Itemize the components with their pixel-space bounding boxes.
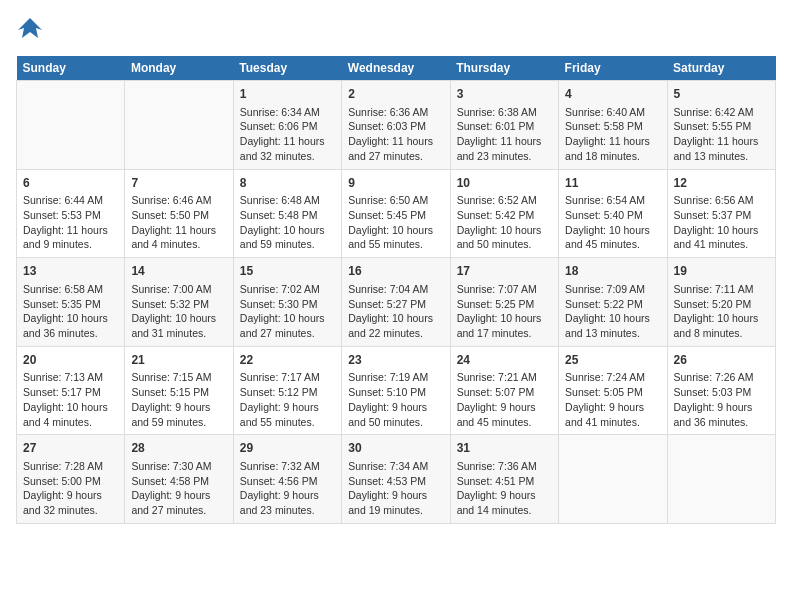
day-info: Sunrise: 6:52 AM Sunset: 5:42 PM Dayligh… <box>457 193 552 252</box>
day-info: Sunrise: 7:36 AM Sunset: 4:51 PM Dayligh… <box>457 459 552 518</box>
day-number: 3 <box>457 86 552 103</box>
day-info: Sunrise: 7:34 AM Sunset: 4:53 PM Dayligh… <box>348 459 443 518</box>
week-row-1: 1Sunrise: 6:34 AM Sunset: 6:06 PM Daylig… <box>17 81 776 170</box>
calendar-body: 1Sunrise: 6:34 AM Sunset: 6:06 PM Daylig… <box>17 81 776 524</box>
day-number: 24 <box>457 352 552 369</box>
week-row-3: 13Sunrise: 6:58 AM Sunset: 5:35 PM Dayli… <box>17 258 776 347</box>
day-cell: 4Sunrise: 6:40 AM Sunset: 5:58 PM Daylig… <box>559 81 667 170</box>
week-row-2: 6Sunrise: 6:44 AM Sunset: 5:53 PM Daylig… <box>17 169 776 258</box>
calendar-table: SundayMondayTuesdayWednesdayThursdayFrid… <box>16 56 776 524</box>
day-number: 12 <box>674 175 769 192</box>
day-cell: 16Sunrise: 7:04 AM Sunset: 5:27 PM Dayli… <box>342 258 450 347</box>
day-info: Sunrise: 6:36 AM Sunset: 6:03 PM Dayligh… <box>348 105 443 164</box>
day-info: Sunrise: 7:00 AM Sunset: 5:32 PM Dayligh… <box>131 282 226 341</box>
day-number: 4 <box>565 86 660 103</box>
day-info: Sunrise: 6:44 AM Sunset: 5:53 PM Dayligh… <box>23 193 118 252</box>
day-info: Sunrise: 7:19 AM Sunset: 5:10 PM Dayligh… <box>348 370 443 429</box>
day-info: Sunrise: 6:54 AM Sunset: 5:40 PM Dayligh… <box>565 193 660 252</box>
day-cell: 24Sunrise: 7:21 AM Sunset: 5:07 PM Dayli… <box>450 346 558 435</box>
header-cell-wednesday: Wednesday <box>342 56 450 81</box>
day-cell: 21Sunrise: 7:15 AM Sunset: 5:15 PM Dayli… <box>125 346 233 435</box>
day-cell: 9Sunrise: 6:50 AM Sunset: 5:45 PM Daylig… <box>342 169 450 258</box>
day-cell: 18Sunrise: 7:09 AM Sunset: 5:22 PM Dayli… <box>559 258 667 347</box>
logo <box>16 16 48 44</box>
day-cell: 12Sunrise: 6:56 AM Sunset: 5:37 PM Dayli… <box>667 169 775 258</box>
day-info: Sunrise: 7:32 AM Sunset: 4:56 PM Dayligh… <box>240 459 335 518</box>
day-cell: 17Sunrise: 7:07 AM Sunset: 5:25 PM Dayli… <box>450 258 558 347</box>
day-cell <box>17 81 125 170</box>
day-info: Sunrise: 6:42 AM Sunset: 5:55 PM Dayligh… <box>674 105 769 164</box>
day-number: 26 <box>674 352 769 369</box>
day-info: Sunrise: 6:50 AM Sunset: 5:45 PM Dayligh… <box>348 193 443 252</box>
day-cell <box>125 81 233 170</box>
day-cell: 27Sunrise: 7:28 AM Sunset: 5:00 PM Dayli… <box>17 435 125 524</box>
day-cell: 5Sunrise: 6:42 AM Sunset: 5:55 PM Daylig… <box>667 81 775 170</box>
day-number: 13 <box>23 263 118 280</box>
day-cell: 1Sunrise: 6:34 AM Sunset: 6:06 PM Daylig… <box>233 81 341 170</box>
day-number: 19 <box>674 263 769 280</box>
day-number: 17 <box>457 263 552 280</box>
header-cell-tuesday: Tuesday <box>233 56 341 81</box>
header-row: SundayMondayTuesdayWednesdayThursdayFrid… <box>17 56 776 81</box>
day-cell: 20Sunrise: 7:13 AM Sunset: 5:17 PM Dayli… <box>17 346 125 435</box>
day-info: Sunrise: 6:40 AM Sunset: 5:58 PM Dayligh… <box>565 105 660 164</box>
day-cell: 13Sunrise: 6:58 AM Sunset: 5:35 PM Dayli… <box>17 258 125 347</box>
week-row-5: 27Sunrise: 7:28 AM Sunset: 5:00 PM Dayli… <box>17 435 776 524</box>
day-number: 15 <box>240 263 335 280</box>
day-cell: 29Sunrise: 7:32 AM Sunset: 4:56 PM Dayli… <box>233 435 341 524</box>
day-cell <box>559 435 667 524</box>
header-cell-friday: Friday <box>559 56 667 81</box>
day-info: Sunrise: 7:07 AM Sunset: 5:25 PM Dayligh… <box>457 282 552 341</box>
day-number: 16 <box>348 263 443 280</box>
calendar-header: SundayMondayTuesdayWednesdayThursdayFrid… <box>17 56 776 81</box>
day-number: 27 <box>23 440 118 457</box>
day-cell: 22Sunrise: 7:17 AM Sunset: 5:12 PM Dayli… <box>233 346 341 435</box>
day-number: 20 <box>23 352 118 369</box>
day-info: Sunrise: 6:38 AM Sunset: 6:01 PM Dayligh… <box>457 105 552 164</box>
day-info: Sunrise: 6:56 AM Sunset: 5:37 PM Dayligh… <box>674 193 769 252</box>
day-number: 31 <box>457 440 552 457</box>
day-info: Sunrise: 7:26 AM Sunset: 5:03 PM Dayligh… <box>674 370 769 429</box>
day-info: Sunrise: 7:28 AM Sunset: 5:00 PM Dayligh… <box>23 459 118 518</box>
day-number: 23 <box>348 352 443 369</box>
day-cell: 28Sunrise: 7:30 AM Sunset: 4:58 PM Dayli… <box>125 435 233 524</box>
header-cell-sunday: Sunday <box>17 56 125 81</box>
day-info: Sunrise: 7:15 AM Sunset: 5:15 PM Dayligh… <box>131 370 226 429</box>
logo-icon <box>16 16 44 44</box>
day-cell: 3Sunrise: 6:38 AM Sunset: 6:01 PM Daylig… <box>450 81 558 170</box>
day-cell: 23Sunrise: 7:19 AM Sunset: 5:10 PM Dayli… <box>342 346 450 435</box>
day-info: Sunrise: 6:46 AM Sunset: 5:50 PM Dayligh… <box>131 193 226 252</box>
day-number: 21 <box>131 352 226 369</box>
day-number: 2 <box>348 86 443 103</box>
day-number: 29 <box>240 440 335 457</box>
day-cell: 8Sunrise: 6:48 AM Sunset: 5:48 PM Daylig… <box>233 169 341 258</box>
day-cell: 15Sunrise: 7:02 AM Sunset: 5:30 PM Dayli… <box>233 258 341 347</box>
day-number: 9 <box>348 175 443 192</box>
day-info: Sunrise: 7:13 AM Sunset: 5:17 PM Dayligh… <box>23 370 118 429</box>
day-info: Sunrise: 6:58 AM Sunset: 5:35 PM Dayligh… <box>23 282 118 341</box>
day-number: 1 <box>240 86 335 103</box>
day-number: 10 <box>457 175 552 192</box>
day-cell: 6Sunrise: 6:44 AM Sunset: 5:53 PM Daylig… <box>17 169 125 258</box>
day-number: 18 <box>565 263 660 280</box>
day-number: 28 <box>131 440 226 457</box>
day-info: Sunrise: 7:17 AM Sunset: 5:12 PM Dayligh… <box>240 370 335 429</box>
day-number: 22 <box>240 352 335 369</box>
day-info: Sunrise: 7:30 AM Sunset: 4:58 PM Dayligh… <box>131 459 226 518</box>
day-info: Sunrise: 7:09 AM Sunset: 5:22 PM Dayligh… <box>565 282 660 341</box>
day-cell: 2Sunrise: 6:36 AM Sunset: 6:03 PM Daylig… <box>342 81 450 170</box>
day-number: 14 <box>131 263 226 280</box>
day-info: Sunrise: 7:24 AM Sunset: 5:05 PM Dayligh… <box>565 370 660 429</box>
day-cell: 14Sunrise: 7:00 AM Sunset: 5:32 PM Dayli… <box>125 258 233 347</box>
day-cell: 31Sunrise: 7:36 AM Sunset: 4:51 PM Dayli… <box>450 435 558 524</box>
day-info: Sunrise: 7:02 AM Sunset: 5:30 PM Dayligh… <box>240 282 335 341</box>
day-info: Sunrise: 7:21 AM Sunset: 5:07 PM Dayligh… <box>457 370 552 429</box>
day-info: Sunrise: 6:34 AM Sunset: 6:06 PM Dayligh… <box>240 105 335 164</box>
page-header <box>16 16 776 44</box>
day-number: 6 <box>23 175 118 192</box>
day-info: Sunrise: 7:11 AM Sunset: 5:20 PM Dayligh… <box>674 282 769 341</box>
day-cell: 11Sunrise: 6:54 AM Sunset: 5:40 PM Dayli… <box>559 169 667 258</box>
day-cell: 19Sunrise: 7:11 AM Sunset: 5:20 PM Dayli… <box>667 258 775 347</box>
day-info: Sunrise: 7:04 AM Sunset: 5:27 PM Dayligh… <box>348 282 443 341</box>
day-number: 5 <box>674 86 769 103</box>
